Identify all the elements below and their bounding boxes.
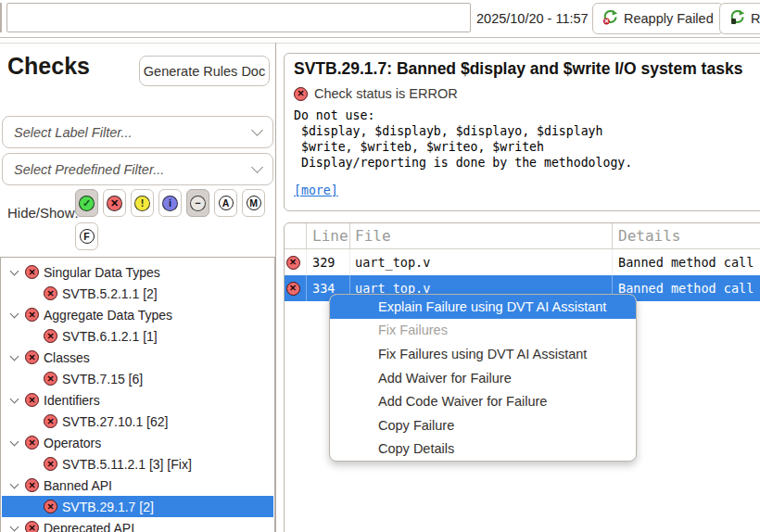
filter-manual-button[interactable]: M bbox=[242, 189, 265, 217]
label-filter-dropdown[interactable]: Select Label Filter... bbox=[2, 116, 273, 148]
tree-item-category[interactable]: ✕Operators bbox=[2, 432, 273, 453]
error-icon: ✕ bbox=[44, 286, 57, 300]
tree-item-label: SVTB.29.1.7 [2] bbox=[62, 500, 154, 514]
fix-icon: F bbox=[80, 229, 95, 244]
tree-item-check[interactable]: ✕SVTB.29.1.7 [2] bbox=[2, 496, 273, 517]
filter-pass-button[interactable]: ✓ bbox=[75, 189, 98, 217]
tree-item-check[interactable]: ✕SVTB.7.15 [6] bbox=[2, 368, 273, 389]
context-menu-item[interactable]: Fix Failures using DVT AI Assistant bbox=[330, 342, 636, 366]
file-column-header: File bbox=[350, 223, 613, 248]
tree-item-category[interactable]: ✕Identifiers bbox=[2, 389, 273, 411]
failure-icon-cell: ✕ bbox=[285, 275, 307, 301]
failure-icon-cell: ✕ bbox=[285, 249, 307, 275]
context-menu-item[interactable]: Add Waiver for Failure bbox=[330, 366, 636, 390]
failure-details-cell: Banned method call bbox=[613, 249, 760, 275]
manual-icon: M bbox=[247, 196, 261, 210]
tree-item-check[interactable]: ✕SVTB.5.11.2.1 [3] [Fix] bbox=[2, 453, 273, 475]
error-icon: ✕ bbox=[286, 282, 300, 296]
error-icon: ✕ bbox=[107, 196, 122, 211]
chevron-expanded-icon[interactable] bbox=[10, 522, 19, 531]
chevron-expanded-icon[interactable] bbox=[10, 266, 19, 275]
error-icon: ✕ bbox=[294, 87, 308, 101]
tree-item-check[interactable]: ✕SVTB.6.1.2.1 [1] bbox=[2, 325, 273, 347]
tree-item-label: Aggregate Data Types bbox=[44, 308, 172, 323]
line-column-header: Line bbox=[307, 223, 350, 248]
auto-icon: A bbox=[219, 196, 234, 210]
pass-icon: ✓ bbox=[79, 196, 95, 211]
details-column-header: Details bbox=[613, 223, 760, 248]
error-icon: ✕ bbox=[44, 457, 57, 471]
error-icon: ✕ bbox=[44, 414, 57, 428]
tree-item-label: SVTB.5.2.1.1 [2] bbox=[62, 286, 158, 301]
predefined-filter-placeholder: Select Predefined Filter... bbox=[14, 162, 253, 177]
context-menu-item[interactable]: Copy Failure bbox=[330, 413, 636, 437]
tree-item-category[interactable]: ✕Aggregate Data Types bbox=[2, 304, 273, 325]
context-menu-item[interactable]: Copy Details bbox=[330, 437, 636, 462]
context-menu-item[interactable]: Explain Failure using DVT AI Assistant bbox=[330, 295, 636, 319]
clipped-control-fragment bbox=[0, 3, 2, 32]
toolbar: 2025/10/20 - 11:57 ✕ Reapply Failed Rea bbox=[0, 0, 760, 38]
tree-item-category[interactable]: ✕Deprecated API bbox=[2, 517, 273, 532]
check-description-text: Do not use: $display, $displayb, $displa… bbox=[294, 108, 632, 171]
tree-item-label: SVTB.7.15 [6] bbox=[62, 372, 143, 386]
tree-item-check[interactable]: ✕SVTB.5.2.1.1 [2] bbox=[2, 283, 273, 304]
generate-rules-doc-button[interactable]: Generate Rules Doc bbox=[139, 56, 270, 86]
chevron-expanded-icon[interactable] bbox=[10, 309, 19, 318]
refresh-icon bbox=[729, 9, 745, 28]
check-status-row: ✕ Check status is ERROR bbox=[294, 86, 458, 101]
warning-icon: ! bbox=[134, 196, 150, 211]
failure-line-cell-text: 329 bbox=[312, 255, 335, 270]
chevron-expanded-icon[interactable] bbox=[10, 437, 19, 446]
context-menu-item[interactable]: Add Code Waiver for Failure bbox=[330, 389, 636, 413]
hide-show-label: Hide/Show: bbox=[7, 205, 79, 221]
filter-error-button[interactable]: ✕ bbox=[103, 189, 126, 217]
filter-fix-button[interactable]: F bbox=[75, 222, 98, 250]
filter-warning-button[interactable]: ! bbox=[131, 189, 154, 217]
tree-item-label: Identifiers bbox=[44, 393, 100, 408]
error-icon: ✕ bbox=[25, 436, 39, 450]
tree-item-category[interactable]: ✕Classes bbox=[2, 347, 273, 368]
tree-item-check[interactable]: ✕SVTB.27.10.1 [62] bbox=[2, 411, 273, 432]
failure-row[interactable]: ✕329uart_top.vBanned method call bbox=[285, 249, 760, 275]
refresh-failed-icon: ✕ bbox=[602, 9, 618, 28]
checks-tree: ✕Singular Data Types✕SVTB.5.2.1.1 [2]✕Ag… bbox=[0, 257, 275, 532]
context-menu: Explain Failure using DVT AI AssistantFi… bbox=[329, 294, 637, 462]
check-title: SVTB.29.1.7: Banned $display and $write … bbox=[294, 59, 742, 79]
chevron-expanded-icon[interactable] bbox=[10, 351, 19, 361]
error-icon: ✕ bbox=[286, 256, 300, 270]
error-icon: ✕ bbox=[25, 350, 39, 364]
disabled-icon: − bbox=[190, 196, 206, 211]
failures-table-header: Line File Details bbox=[285, 223, 760, 249]
reapply-secondary-button[interactable]: Rea bbox=[719, 3, 760, 34]
filter-info-button[interactable]: i bbox=[158, 189, 182, 217]
search-input[interactable] bbox=[6, 3, 471, 32]
error-icon: ✕ bbox=[25, 478, 39, 492]
filter-disabled-button[interactable]: − bbox=[186, 189, 209, 217]
tree-item-label: SVTB.27.10.1 [62] bbox=[62, 414, 168, 429]
chevron-expanded-icon[interactable] bbox=[10, 479, 19, 488]
reapply-failed-button[interactable]: ✕ Reapply Failed bbox=[592, 3, 724, 34]
panel-divider bbox=[275, 43, 276, 532]
error-icon: ✕ bbox=[25, 521, 39, 532]
tree-item-label: Singular Data Types bbox=[44, 265, 160, 280]
error-icon: ✕ bbox=[25, 393, 39, 407]
tree-item-category[interactable]: ✕Banned API bbox=[2, 475, 273, 496]
filter-auto-button[interactable]: A bbox=[214, 189, 237, 217]
tree-item-label: Classes bbox=[44, 350, 90, 365]
tree-item-label: Operators bbox=[44, 436, 101, 450]
tree-item-label: SVTB.6.1.2.1 [1] bbox=[62, 329, 158, 344]
filter-row-2: F bbox=[75, 222, 98, 250]
predefined-filter-dropdown[interactable]: Select Predefined Filter... bbox=[2, 153, 273, 185]
more-link[interactable]: [more] bbox=[294, 184, 338, 197]
icon-column-header bbox=[285, 223, 307, 248]
failure-details-cell-text: Banned method call bbox=[618, 255, 754, 270]
chevron-expanded-icon[interactable] bbox=[10, 394, 19, 403]
tree-item-label: SVTB.5.11.2.1 [3] [Fix] bbox=[62, 457, 192, 472]
error-icon: ✕ bbox=[44, 500, 57, 513]
timestamp-label: 2025/10/20 - 11:57 bbox=[476, 0, 589, 37]
checks-panel-title: Checks bbox=[7, 53, 90, 80]
tree-item-category[interactable]: ✕Singular Data Types bbox=[2, 261, 273, 283]
reapply-failed-label: Reapply Failed bbox=[624, 11, 714, 26]
failure-file-cell: uart_top.v bbox=[350, 249, 613, 275]
label-filter-placeholder: Select Label Filter... bbox=[14, 125, 253, 140]
